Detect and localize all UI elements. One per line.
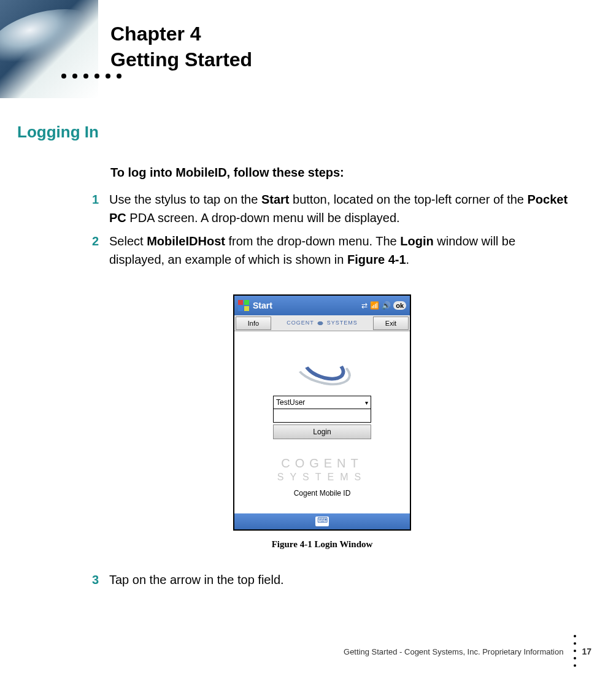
start-button-label: Start: [253, 301, 361, 310]
step-3-container: 3 Tap on the arrow in the top field.: [92, 570, 571, 594]
connectivity-icon: ⇄: [361, 301, 368, 310]
chapter-number: Chapter 4: [110, 23, 201, 45]
footer: Getting Started - Cogent Systems, Inc. P…: [344, 647, 591, 656]
chapter-heading: Chapter 4 Getting Started: [110, 21, 252, 72]
status-icons: ⇄ 📶 🔊: [361, 301, 391, 310]
brand-swoosh-icon: [316, 320, 325, 326]
speaker-icon: 🔊: [382, 301, 391, 310]
bottom-bar: [234, 513, 410, 529]
chapter-title: Getting Started: [110, 48, 252, 71]
login-form: TestUser ▾ Login: [273, 396, 371, 439]
title-bar: Start ⇄ 📶 🔊 ok: [234, 296, 410, 315]
step-1-text: Use the stylus to tap on the Start butto…: [109, 190, 571, 227]
toolbar-brand: COGENT SYSTEMS: [272, 320, 372, 326]
exit-button: Exit: [373, 317, 409, 330]
dropdown-arrow-icon: ▾: [365, 399, 368, 406]
keyboard-icon: [315, 517, 329, 526]
intro-text: To log into MobileID, follow these steps…: [110, 166, 344, 180]
info-button: Info: [236, 317, 271, 330]
user-dropdown: TestUser ▾: [273, 396, 371, 409]
pda-screenshot: Start ⇄ 📶 🔊 ok Info COGENT SYSTEMS Exit …: [233, 294, 411, 531]
header-area: Chapter 4 Getting Started: [0, 0, 616, 98]
step-2-text: Select MobileIDHost from the drop-down m…: [109, 232, 571, 269]
app-toolbar: Info COGENT SYSTEMS Exit: [234, 315, 410, 331]
footer-text: Getting Started - Cogent Systems, Inc. P…: [344, 647, 563, 656]
step-2: 2 Select MobileIDHost from the drop-down…: [92, 232, 571, 269]
login-body: TestUser ▾ Login COGENT SYSTEMS Cogent M…: [234, 331, 410, 513]
password-field: [273, 409, 371, 423]
decorative-dots: [61, 74, 121, 79]
step-1: 1 Use the stylus to tap on the Start but…: [92, 190, 571, 227]
ok-button: ok: [393, 301, 406, 310]
figure-container: Start ⇄ 📶 🔊 ok Info COGENT SYSTEMS Exit …: [233, 294, 411, 550]
windows-flag-icon: [238, 300, 249, 311]
step-list: 1 Use the stylus to tap on the Start but…: [92, 190, 571, 274]
figure-caption: Figure 4-1 Login Window: [233, 539, 411, 550]
background-brand: COGENT SYSTEMS: [234, 455, 410, 484]
signal-icon: 📶: [370, 301, 379, 310]
app-name-label: Cogent Mobile ID: [234, 489, 410, 497]
page-number: 17: [582, 647, 591, 656]
wave-decorative-image: [0, 0, 98, 98]
section-heading: Logging In: [17, 123, 99, 142]
logo-swoosh: [295, 350, 350, 383]
step-3: 3 Tap on the arrow in the top field.: [92, 570, 571, 589]
login-button: Login: [273, 424, 371, 439]
user-dropdown-value: TestUser: [276, 398, 305, 407]
step-3-text: Tap on the arrow in the top field.: [109, 570, 284, 589]
